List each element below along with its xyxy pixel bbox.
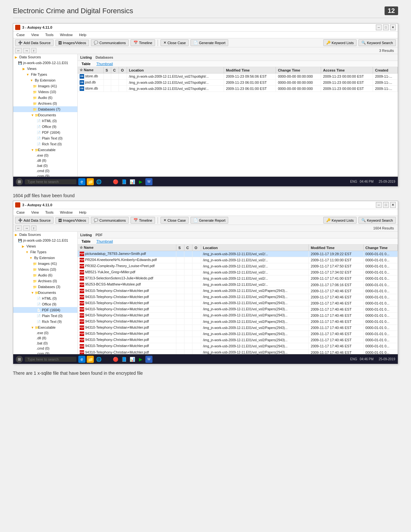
- close-button2[interactable]: ✕: [390, 202, 396, 208]
- keyword-search-button[interactable]: 🔍 Keyword Search: [358, 39, 396, 46]
- col-change[interactable]: Change Time: [276, 67, 321, 73]
- col-location2[interactable]: Location: [201, 245, 308, 251]
- add-data-source-button[interactable]: ➕ Add Data Source: [15, 39, 54, 46]
- tree-item-drive[interactable]: 💾 jn-work-usb-2009-12-11.E01: [13, 60, 77, 66]
- maximize-button[interactable]: □: [383, 24, 389, 30]
- tree-item-office[interactable]: 📄 Office (9): [13, 124, 77, 130]
- taskbar-explorer-icon2[interactable]: 📁: [87, 356, 94, 363]
- tree2-item-filetypes[interactable]: ▼ File Types: [13, 249, 77, 255]
- taskbar-explorer-icon[interactable]: 📁: [87, 178, 94, 185]
- tree-item-dll[interactable]: .dll (8): [13, 158, 77, 163]
- menu-window2[interactable]: Window: [59, 210, 74, 215]
- back-button[interactable]: ←: [15, 48, 22, 53]
- forward-button[interactable]: →: [23, 48, 30, 53]
- tab-table2[interactable]: Table: [80, 239, 92, 244]
- tree-item-databases[interactable]: 📁 Databases (7): [13, 106, 77, 112]
- data-table2[interactable]: ☆ Name S C O Location Modified Time Chan…: [78, 245, 398, 354]
- menu-window[interactable]: Window: [59, 32, 74, 37]
- taskbar-settings-icon[interactable]: ⚙: [103, 178, 111, 185]
- tree2-item-html[interactable]: 📄 HTML (0): [13, 295, 77, 301]
- tab-table1[interactable]: Table: [80, 62, 92, 66]
- taskbar-app7-icon[interactable]: 📊: [129, 178, 136, 185]
- minimize-button[interactable]: ─: [376, 24, 382, 30]
- tree2-item-data-sources[interactable]: ▶ Data Sources: [13, 232, 77, 237]
- tree2-item-bat[interactable]: .bat (0): [13, 341, 77, 346]
- tree-item-executable[interactable]: ▼ 📁 Executable: [13, 147, 77, 153]
- tree-item-audio[interactable]: 📁 Audio (6): [13, 95, 77, 101]
- search-input1[interactable]: [25, 179, 76, 184]
- taskbar-chrome-icon2[interactable]: 🌐: [95, 356, 102, 363]
- forward-button2[interactable]: →: [23, 226, 30, 231]
- communications-button2[interactable]: 💬 Communications: [91, 217, 129, 224]
- taskbar-app6-icon[interactable]: 📘: [120, 178, 127, 185]
- menu-help[interactable]: Help: [78, 32, 88, 37]
- tab-thumbnail1[interactable]: Thumbnail: [95, 62, 114, 66]
- generate-report-button2[interactable]: 📄 Generate Report: [191, 217, 228, 224]
- taskbar-app7-icon2[interactable]: 📊: [129, 356, 136, 363]
- close-case-button[interactable]: ✕ Close Case: [161, 39, 189, 46]
- tree2-item-plaintext[interactable]: 📄 Plain Text (0): [13, 313, 77, 319]
- col-o2[interactable]: O: [192, 245, 201, 251]
- tree-item-bat[interactable]: .bat (0): [13, 163, 77, 168]
- col-name2[interactable]: ☆ Name: [78, 245, 176, 251]
- tree-item-views[interactable]: ▶ Views: [13, 66, 77, 72]
- taskbar-word-icon2[interactable]: W: [145, 356, 152, 363]
- menu-view2[interactable]: View: [30, 210, 40, 215]
- col-name[interactable]: ☆ Name: [78, 67, 103, 73]
- tree2-item-richtext[interactable]: 📄 Rich Text (9): [13, 319, 77, 324]
- col-s[interactable]: S: [103, 67, 111, 73]
- menu-case2[interactable]: Case: [15, 210, 26, 215]
- search-input2[interactable]: [25, 357, 76, 362]
- tab-thumbnail2[interactable]: Thumbnail: [95, 239, 114, 244]
- menu-help2[interactable]: Help: [78, 210, 88, 215]
- sidebar2[interactable]: ▶ Data Sources 💾 jn-work-usb-2009-12-11.…: [13, 232, 78, 354]
- tree-item-archives[interactable]: 📁 Archives (0): [13, 101, 77, 106]
- menu-tools[interactable]: Tools: [44, 32, 55, 37]
- taskbar-app5-icon2[interactable]: 🔴: [112, 356, 119, 363]
- tree-item-data-sources[interactable]: ▶ Data Sources: [13, 54, 77, 60]
- tree2-item-exe[interactable]: .exe (0): [13, 330, 77, 335]
- up-button[interactable]: ↑: [31, 48, 36, 53]
- sidebar1[interactable]: ▶ Data Sources 💾 jn-work-usb-2009-12-11.…: [13, 54, 78, 177]
- menu-view[interactable]: View: [30, 32, 40, 37]
- communications-button[interactable]: 💬 Communications: [91, 39, 129, 46]
- col-modified2[interactable]: Modified Time: [309, 245, 364, 251]
- taskbar-app8-icon[interactable]: ▶: [137, 178, 144, 185]
- col-c2[interactable]: C: [184, 245, 192, 251]
- tree-item-plaintext[interactable]: 📄 Plain Text (0): [13, 135, 77, 141]
- menu-case[interactable]: Case: [15, 32, 26, 37]
- taskbar-word-icon[interactable]: W: [145, 178, 152, 185]
- start-button2[interactable]: ⊞: [16, 356, 23, 363]
- tree2-item-videos[interactable]: 📁 Videos (10): [13, 266, 77, 272]
- keyword-search-button2[interactable]: 🔍 Keyword Search: [358, 217, 396, 224]
- taskbar-edge-icon[interactable]: e: [78, 178, 85, 185]
- tree-item-richtext[interactable]: 📄 Rich Text (0): [13, 141, 77, 147]
- tree2-item-executable[interactable]: ▼ 📁 Executable: [13, 324, 77, 330]
- tree-item-html[interactable]: 📄 HTML (0): [13, 118, 77, 124]
- col-location[interactable]: Location: [127, 67, 224, 73]
- back-button2[interactable]: ←: [15, 226, 22, 231]
- keyword-lists-button[interactable]: 🔑 Keyword Lists: [323, 39, 357, 46]
- tree-item-exe[interactable]: .exe (0): [13, 153, 77, 158]
- taskbar-chrome-icon[interactable]: 🌐: [95, 178, 102, 185]
- tree2-item-byext[interactable]: ▼ By Extension: [13, 255, 77, 261]
- tree-item-filetypes[interactable]: ▼ File Types: [13, 72, 77, 77]
- data-table1[interactable]: ☆ Name S C O Location Modified Time Chan…: [78, 67, 398, 177]
- add-data-source-button2[interactable]: ➕ Add Data Source: [15, 217, 54, 224]
- taskbar-edge-icon2[interactable]: e: [78, 356, 85, 363]
- tree2-item-com[interactable]: .com (9): [13, 351, 77, 354]
- tree-item-videos[interactable]: 📁 Videos (10): [13, 89, 77, 95]
- tree2-item-views[interactable]: ▶ Views: [13, 243, 77, 249]
- tree2-item-cmd[interactable]: .cmd (0): [13, 346, 77, 351]
- tree2-item-archives[interactable]: 📁 Archives (0): [13, 278, 77, 284]
- images-videos-button[interactable]: 🖼 Images/Videos: [55, 40, 89, 46]
- col-created[interactable]: Created: [373, 67, 398, 73]
- images-videos-button2[interactable]: 🖼 Images/Videos: [55, 217, 89, 224]
- timeline-button[interactable]: 📅 Timeline: [131, 39, 155, 46]
- taskbar-app6-icon2[interactable]: 📘: [120, 356, 127, 363]
- tree2-item-documents[interactable]: ▼ 📁 Documents: [13, 290, 77, 295]
- taskbar-app8-icon2[interactable]: ▶: [137, 356, 144, 363]
- timeline-button2[interactable]: 📅 Timeline: [131, 217, 155, 224]
- tree-item-byext[interactable]: ▼ By Extension: [13, 77, 77, 83]
- tree-item-com[interactable]: .com (9): [13, 173, 77, 177]
